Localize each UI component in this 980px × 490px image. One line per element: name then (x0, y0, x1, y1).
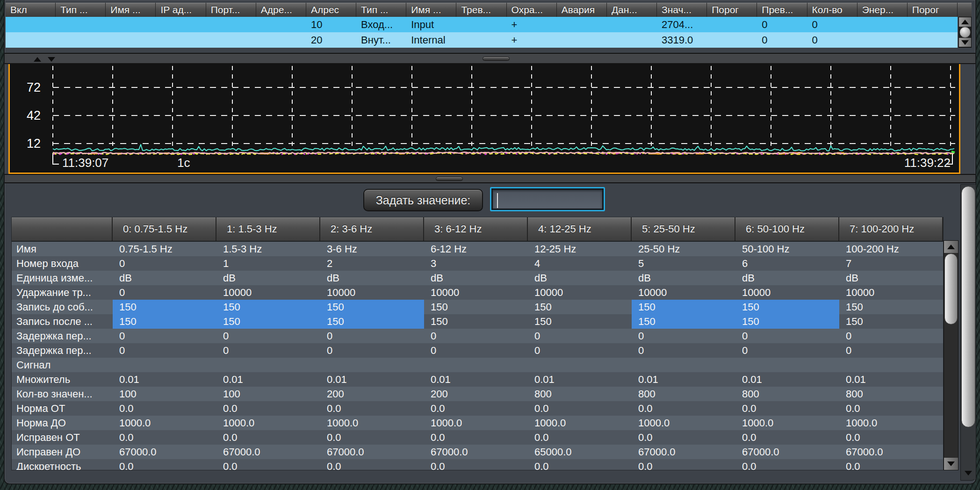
matrix-cell[interactable]: 150 (839, 314, 943, 329)
matrix-cell[interactable]: 1000.0 (528, 416, 632, 430)
matrix-cell[interactable]: 10000 (528, 285, 632, 300)
matrix-cell[interactable]: 0.0 (839, 430, 943, 445)
matrix-cell[interactable]: 0 (839, 343, 943, 358)
device-column-header[interactable]: Охра... (507, 3, 557, 17)
matrix-cell[interactable] (320, 358, 424, 372)
matrix-cell[interactable]: 0.0 (216, 459, 320, 470)
matrix-cell[interactable]: 0 (113, 329, 216, 343)
device-column-header[interactable]: Энер... (858, 3, 908, 17)
matrix-cell[interactable]: 150 (632, 314, 735, 329)
matrix-row-label[interactable]: Кол-во значен... (12, 387, 113, 401)
matrix-cell[interactable]: 0.0 (320, 401, 424, 416)
matrix-cell[interactable]: 0 (216, 343, 320, 358)
matrix-cell[interactable] (216, 358, 320, 372)
matrix-cell[interactable]: 0.01 (735, 372, 839, 387)
matrix-column-header[interactable]: 4: 12-25 Hz (528, 217, 632, 241)
matrix-cell[interactable]: 0 (113, 285, 216, 300)
device-column-header[interactable]: Тип ... (56, 3, 106, 17)
scroll-down-button[interactable] (959, 38, 971, 47)
matrix-cell[interactable]: 67000.0 (320, 445, 424, 459)
matrix-cell[interactable]: dB (216, 271, 320, 285)
matrix-cell[interactable] (113, 358, 216, 372)
matrix-cell[interactable]: 150 (216, 314, 320, 329)
matrix-cell[interactable]: 150 (320, 300, 424, 314)
matrix-cell[interactable]: 0 (735, 343, 839, 358)
matrix-cell[interactable]: 0 (528, 343, 632, 358)
device-column-header[interactable]: Алрес (306, 3, 356, 17)
matrix-cell[interactable] (839, 358, 943, 372)
matrix-cell[interactable]: 25-50 Hz (632, 242, 735, 256)
matrix-cell[interactable]: 0 (528, 329, 632, 343)
matrix-cell[interactable]: 0.01 (632, 372, 735, 387)
matrix-cell[interactable]: 150 (735, 300, 839, 314)
matrix-cell[interactable]: 2 (320, 256, 424, 271)
matrix-cell[interactable]: 100-200 Hz (839, 242, 943, 256)
matrix-cell[interactable]: dB (735, 271, 839, 285)
panel-scroll-down-button[interactable] (961, 467, 976, 479)
matrix-cell[interactable]: 67000.0 (216, 445, 320, 459)
matrix-cell[interactable]: 50-100 Hz (735, 242, 839, 256)
collapse-up-icon[interactable] (34, 57, 41, 62)
matrix-cell[interactable]: 1000.0 (113, 416, 216, 430)
matrix-cell[interactable]: 67000.0 (113, 445, 216, 459)
splitter-handle-2[interactable] (436, 177, 463, 181)
device-column-header[interactable]: Трев... (456, 3, 506, 17)
matrix-cell[interactable]: 800 (839, 387, 943, 401)
matrix-cell[interactable]: 3-6 Hz (320, 242, 424, 256)
device-column-header[interactable]: Кол-во (807, 3, 858, 17)
matrix-cell[interactable]: 800 (735, 387, 839, 401)
matrix-cell[interactable]: 0.01 (320, 372, 424, 387)
matrix-cell[interactable]: 1000.0 (216, 416, 320, 430)
matrix-cell[interactable] (735, 358, 839, 372)
matrix-cell[interactable]: 10000 (320, 285, 424, 300)
splitter-bottom[interactable] (5, 174, 975, 183)
matrix-cell[interactable]: 0 (320, 343, 424, 358)
matrix-cell[interactable]: 0.0 (113, 401, 216, 416)
matrix-cell[interactable]: 150 (735, 314, 839, 329)
matrix-row-label[interactable]: Имя (12, 242, 113, 256)
matrix-cell[interactable]: 4 (528, 256, 632, 271)
matrix-cell[interactable]: 0.01 (113, 372, 216, 387)
matrix-cell[interactable]: 6 (735, 256, 839, 271)
matrix-cell[interactable]: 0.01 (528, 372, 632, 387)
device-column-header[interactable]: Порог (908, 3, 958, 17)
matrix-cell[interactable] (528, 358, 632, 372)
matrix-column-header[interactable]: 2: 3-6 Hz (320, 217, 424, 241)
matrix-cell[interactable]: 0.0 (424, 430, 528, 445)
matrix-cell[interactable]: 150 (839, 300, 943, 314)
matrix-cell[interactable]: 0.0 (113, 430, 216, 445)
matrix-cell[interactable]: dB (528, 271, 632, 285)
device-table-scrollbar[interactable] (958, 17, 972, 48)
matrix-cell[interactable]: dB (632, 271, 735, 285)
matrix-cell[interactable]: 10000 (735, 285, 839, 300)
matrix-cell[interactable]: 150 (113, 300, 216, 314)
matrix-cell[interactable]: 65000.0 (528, 445, 632, 459)
matrix-cell[interactable]: 800 (528, 387, 632, 401)
matrix-cell[interactable]: 0.0 (632, 430, 735, 445)
splitter-top[interactable] (5, 53, 975, 64)
matrix-cell[interactable]: 0 (113, 256, 216, 271)
device-column-header[interactable]: Имя ... (106, 3, 156, 17)
matrix-row-label[interactable]: Задержка пер... (12, 329, 113, 343)
matrix-row-label[interactable]: Задержка пер... (12, 343, 113, 358)
matrix-cell[interactable]: 150 (320, 314, 424, 329)
matrix-cell[interactable]: 1000.0 (424, 416, 528, 430)
matrix-cell[interactable]: 0 (632, 329, 735, 343)
matrix-cell[interactable]: 1000.0 (320, 416, 424, 430)
splitter-handle[interactable] (483, 57, 510, 61)
matrix-cell[interactable]: 0.0 (424, 459, 528, 470)
scroll-up-button[interactable] (959, 17, 971, 27)
matrix-cell[interactable]: 0.0 (320, 459, 424, 470)
matrix-cell[interactable] (632, 358, 735, 372)
matrix-row-label[interactable]: Норма ОТ (12, 401, 113, 416)
matrix-cell[interactable]: 0 (216, 329, 320, 343)
matrix-row-label[interactable]: Норма ДО (12, 416, 113, 430)
matrix-cell[interactable]: dB (424, 271, 528, 285)
matrix-cell[interactable]: 0.0 (528, 459, 632, 470)
matrix-row-label[interactable]: Множитель (12, 372, 113, 387)
device-column-header[interactable]: IP ад... (156, 3, 206, 17)
matrix-row-label[interactable]: Запись после ... (12, 314, 113, 329)
matrix-cell[interactable]: 0.0 (839, 401, 943, 416)
matrix-cell[interactable]: 6-12 Hz (424, 242, 528, 256)
matrix-cell[interactable]: 10000 (632, 285, 735, 300)
